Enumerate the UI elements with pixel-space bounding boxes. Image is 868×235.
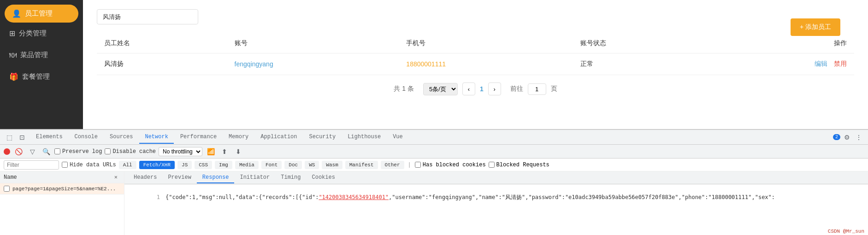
devtools-controls: ⬚ ⊡ [4, 132, 28, 143]
tab-memory[interactable]: Memory [223, 131, 254, 144]
search-input[interactable] [97, 9, 198, 24]
search-bar [97, 9, 854, 24]
employee-table: 员工姓名 账号 手机号 账号状态 操作 风清扬 fengqingyang 188… [97, 34, 854, 75]
network-toolbar: 🚫 ▽ 🔍 Preserve log Disable cache No thro… [0, 145, 868, 159]
csdn-watermark: CSDN @Mr_sun [828, 229, 864, 234]
network-list-header: Name ✕ [0, 171, 124, 183]
filter-other[interactable]: Other [381, 161, 404, 169]
detail-tab-preview[interactable]: Preview [162, 172, 196, 183]
filter-button[interactable]: ▽ [27, 146, 38, 157]
main-content: + 添加员工 员工姓名 账号 手机号 账号状态 操作 风清扬 fengqingy… [83, 0, 868, 129]
throttle-select[interactable]: No throttling [159, 147, 202, 156]
device-toolbar-button[interactable]: ⊡ [17, 132, 28, 143]
disable-cache-checkbox[interactable]: Disable cache [105, 148, 156, 155]
tab-vue[interactable]: Vue [387, 131, 408, 144]
menu-icon: 🍽 [9, 51, 17, 59]
detail-tab-headers[interactable]: Headers [128, 172, 162, 183]
wifi-button[interactable]: 📶 [205, 146, 216, 157]
tab-console[interactable]: Console [69, 131, 103, 144]
detail-tab-timing[interactable]: Timing [275, 172, 306, 183]
preserve-log-label: Preserve log [62, 148, 102, 155]
sidebar-item-category[interactable]: ⊞ 分类管理 [0, 23, 83, 44]
next-page-button[interactable]: › [488, 82, 501, 95]
employee-status: 正常 [573, 53, 703, 75]
pagination: 共 1 条 5条/页 ‹ 1 › 前往 页 [97, 75, 854, 103]
table-row: 风清扬 fengqingyang 18800001111 正常 编辑 禁用 [97, 53, 854, 75]
filter-doc[interactable]: Doc [284, 161, 302, 169]
blocked-requests-input[interactable] [489, 162, 495, 168]
employee-account: fengqingyang [227, 53, 399, 75]
devtools-more-button[interactable]: ⋮ [853, 132, 864, 143]
line-number: 1 [157, 194, 160, 200]
disable-button[interactable]: 禁用 [834, 60, 847, 67]
detail-tab-response[interactable]: Response [197, 172, 235, 183]
devtools-panel: ⬚ ⊡ Elements Console Sources Network Per… [0, 129, 868, 235]
detail-tab-cookies[interactable]: Cookies [306, 172, 340, 183]
tab-lighthouse[interactable]: Lighthouse [342, 131, 386, 144]
filter-wasm[interactable]: Wasm [322, 161, 342, 169]
page-size-select[interactable]: 5条/页 [423, 83, 458, 95]
detail-tab-bar: Headers Preview Response Initiator Timin… [124, 171, 868, 184]
filter-media[interactable]: Media [235, 161, 259, 169]
filter-ws[interactable]: WS [305, 161, 319, 169]
row-checkbox[interactable] [4, 186, 10, 192]
col-account: 账号 [227, 34, 399, 53]
select-element-button[interactable]: ⬚ [4, 132, 15, 143]
sidebar-item-employee[interactable]: 👤 员工管理 [5, 5, 78, 23]
has-blocked-cookies-input[interactable] [415, 162, 421, 168]
clear-button[interactable]: 🚫 [13, 146, 24, 157]
current-page: 1 [480, 85, 484, 93]
sidebar-item-menu[interactable]: 🍽 菜品管理 [0, 44, 83, 66]
total-count: 共 1 条 [394, 85, 414, 93]
record-button[interactable] [4, 148, 10, 155]
network-list: Name ✕ page?page=1&pageSize=5&name=%E2..… [0, 171, 124, 235]
disable-cache-input[interactable] [105, 148, 111, 154]
employee-actions: 编辑 禁用 [703, 53, 854, 75]
name-column-label: Name [4, 174, 114, 181]
filter-img[interactable]: Img [215, 161, 232, 169]
prev-page-button[interactable]: ‹ [462, 82, 475, 95]
close-detail-button[interactable]: ✕ [114, 174, 118, 181]
search-button[interactable]: 🔍 [41, 146, 52, 157]
filter-css[interactable]: CSS [195, 161, 212, 169]
filter-input[interactable] [4, 160, 59, 170]
filter-font[interactable]: Font [261, 161, 282, 169]
sidebar-item-combo[interactable]: 🎁 套餐管理 [0, 66, 83, 88]
combo-icon: 🎁 [9, 72, 18, 81]
network-request-row[interactable]: page?page=1&pageSize=5&name=%E2... [0, 183, 124, 194]
network-content: Name ✕ page?page=1&pageSize=5&name=%E2..… [0, 171, 868, 235]
tab-sources[interactable]: Sources [104, 131, 138, 144]
filter-fetch-xhr[interactable]: Fetch/XHR [139, 161, 175, 169]
hide-data-urls-label: Hide data URLs [70, 162, 116, 168]
filter-manifest[interactable]: Manifest [345, 161, 378, 169]
col-actions: 操作 [703, 34, 854, 53]
upload-button[interactable]: ⬆ [219, 146, 230, 157]
tab-performance[interactable]: Performance [175, 131, 222, 144]
filter-all[interactable]: All [119, 161, 136, 169]
download-button[interactable]: ⬇ [233, 146, 244, 157]
tab-elements[interactable]: Elements [30, 131, 68, 144]
preserve-log-input[interactable] [54, 148, 60, 154]
hide-data-urls-checkbox[interactable]: Hide data URLs [62, 162, 116, 168]
sidebar: 👤 员工管理 ⊞ 分类管理 🍽 菜品管理 🎁 套餐管理 [0, 0, 83, 129]
tab-network[interactable]: Network [139, 131, 173, 144]
edit-button[interactable]: 编辑 [815, 60, 827, 67]
devtools-settings-button[interactable]: ⚙ [841, 132, 852, 143]
add-employee-button[interactable]: + 添加员工 [791, 18, 840, 36]
blocked-requests-checkbox[interactable]: Blocked Requests [489, 162, 549, 168]
detail-tab-initiator[interactable]: Initiator [234, 172, 275, 183]
tab-application[interactable]: Application [255, 131, 302, 144]
filter-divider: | [408, 162, 411, 168]
has-blocked-cookies-label: Has blocked cookies [423, 162, 486, 168]
goto-page-input[interactable] [528, 83, 546, 95]
col-status: 账号状态 [573, 34, 703, 53]
filter-js[interactable]: JS [177, 161, 192, 169]
tab-security[interactable]: Security [304, 131, 342, 144]
filter-bar: Hide data URLs All Fetch/XHR JS CSS Img … [0, 159, 868, 171]
col-name: 员工姓名 [97, 34, 227, 53]
top-bar: + 添加员工 [97, 9, 854, 24]
has-blocked-cookies-checkbox[interactable]: Has blocked cookies [415, 162, 486, 168]
preserve-log-checkbox[interactable]: Preserve log [54, 148, 102, 155]
disable-cache-label: Disable cache [112, 148, 156, 155]
hide-data-urls-input[interactable] [62, 162, 68, 168]
